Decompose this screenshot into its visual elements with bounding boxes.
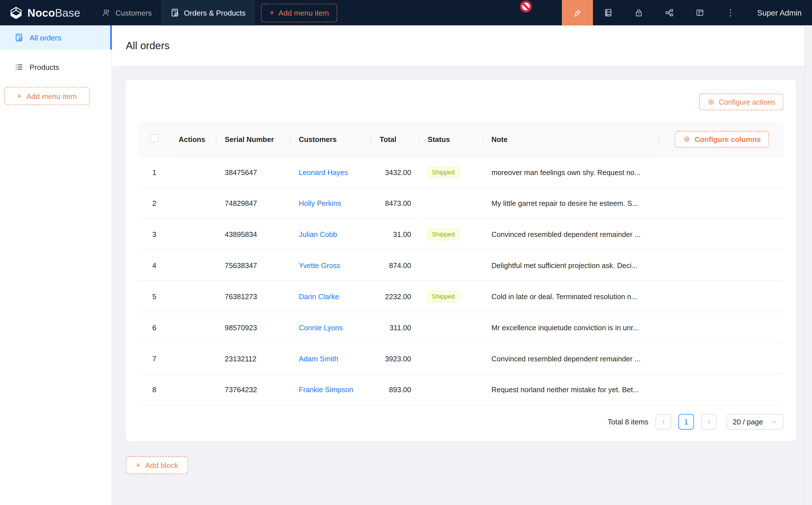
select-all-checkbox[interactable] — [150, 134, 158, 142]
status-tag: Shipped — [428, 166, 459, 178]
logo-text: NocoBase — [27, 6, 80, 19]
row-index: 5 — [152, 292, 156, 300]
sitemap-button[interactable] — [654, 0, 685, 25]
row-index: 8 — [152, 385, 156, 393]
serial-cell: 98570923 — [217, 312, 291, 343]
lock-button[interactable] — [624, 0, 654, 25]
gear-icon — [707, 99, 715, 106]
table-row: 5 76381273 Darin Clarke 2232.00 Shipped … — [138, 281, 784, 312]
nocobase-logo[interactable]: NocoBase — [0, 6, 93, 19]
layout-button[interactable] — [685, 0, 715, 25]
table-row: 1 38475647 Leonard Hayes 3432.00 Shipped… — [138, 157, 784, 188]
customer-link[interactable]: Frankie Simpson — [299, 385, 353, 393]
layout-icon — [695, 8, 704, 17]
designer-pen-icon — [573, 8, 582, 17]
column-header-status: Status — [420, 122, 483, 157]
sidebar-item-products[interactable]: Products — [0, 55, 112, 79]
pagination: Total 8 items 1 — [138, 413, 784, 430]
nav-tab-customers[interactable]: Customers — [93, 0, 161, 25]
status-cell: Shipped — [420, 219, 483, 250]
status-cell: Shipped — [420, 157, 483, 188]
window-scrollbar[interactable] — [805, 25, 812, 505]
row-index-cell: 3 — [138, 219, 170, 250]
plus-icon: + — [269, 8, 274, 17]
row-index-cell: 2 — [138, 188, 170, 219]
pagination-total: Total 8 items — [608, 417, 649, 426]
customer-link[interactable]: Leonard Hayes — [299, 168, 348, 176]
total-cell: 311.00 — [371, 312, 419, 343]
pagination-page-1[interactable]: 1 — [678, 414, 694, 430]
sidebar: All orders Products + Add menu item — [0, 25, 112, 505]
ui-editor-button[interactable] — [562, 0, 593, 25]
table-toolbar: Configure actions — [138, 94, 784, 110]
column-header-actions: Actions — [170, 122, 217, 157]
sidebar-item-all-orders[interactable]: All orders — [0, 25, 112, 50]
row-actions-cell — [170, 219, 217, 250]
column-header-customers: Customers — [291, 122, 372, 157]
serial-cell: 38475647 — [217, 157, 291, 188]
customer-link[interactable]: Yvette Gross — [299, 261, 341, 269]
customer-cell: Darin Clarke — [291, 281, 372, 312]
row-index: 6 — [152, 323, 156, 331]
customer-link[interactable]: Darin Clarke — [299, 292, 339, 300]
customer-link[interactable]: Connie Lyons — [299, 323, 343, 331]
nocobase-logo-icon — [9, 6, 23, 19]
row-actions-cell — [170, 281, 217, 312]
select-all-header-cell — [138, 122, 170, 157]
configure-columns-button[interactable]: Configure columns — [675, 131, 769, 147]
note-cell: moreover man feelings own shy. Request n… — [483, 157, 659, 188]
gear-icon — [683, 136, 691, 143]
row-index-cell: 7 — [138, 343, 170, 374]
table-row: 3 43895834 Julian Cobb 31.00 Shipped Con… — [138, 219, 784, 250]
team-icon — [102, 8, 111, 17]
pagination-prev-button[interactable] — [656, 414, 671, 430]
customer-cell: Julian Cobb — [291, 219, 372, 250]
customer-link[interactable]: Julian Cobb — [299, 230, 337, 238]
serial-cell: 76381273 — [217, 281, 291, 312]
total-cell: 2232.00 — [371, 281, 419, 312]
row-index-cell: 1 — [138, 157, 170, 188]
customer-cell: Holly Perkins — [291, 188, 372, 219]
table-body: 1 38475647 Leonard Hayes 3432.00 Shipped… — [138, 157, 784, 405]
note-cell: Cold in late or deal. Terminated resolut… — [483, 281, 659, 312]
page-size-select[interactable]: 20 / page — [726, 414, 783, 430]
plus-icon: + — [136, 461, 141, 469]
status-cell: Shipped — [420, 281, 483, 312]
nav-tab-label: Orders & Products — [184, 8, 246, 17]
customer-link[interactable]: Adam Smith — [299, 354, 339, 362]
note-cell: Delightful met sufficient projection ask… — [483, 250, 659, 281]
total-cell: 893.00 — [371, 374, 419, 405]
nav-tab-orders-products[interactable]: Orders & Products — [161, 0, 255, 25]
row-configure-cell — [659, 374, 783, 405]
navbar-add-menu-item-button[interactable]: + Add menu item — [261, 3, 337, 22]
configure-actions-button[interactable]: Configure actions — [699, 94, 783, 110]
orders-table-block: Configure actions Action — [126, 80, 796, 441]
sidebar-add-menu-item-label: Add menu item — [26, 92, 77, 100]
note-cell: My little garret repair to desire he est… — [483, 188, 659, 219]
pagination-next-button[interactable] — [701, 414, 717, 430]
serial-cell: 73764232 — [217, 374, 291, 405]
total-cell: 3432.00 — [371, 157, 419, 188]
user-menu[interactable]: Super Admin — [746, 8, 812, 17]
row-index: 7 — [152, 354, 156, 362]
total-cell: 3923.00 — [371, 343, 419, 374]
note-cell: Convinced resembled dependent remainder … — [483, 219, 659, 250]
customer-cell: Leonard Hayes — [291, 157, 372, 188]
navbar-add-menu-item-label: Add menu item — [278, 8, 329, 17]
sidebar-add-menu-item-button[interactable]: + Add menu item — [4, 87, 90, 105]
status-tag: Shipped — [428, 291, 459, 302]
row-configure-cell — [659, 188, 783, 219]
add-block-button[interactable]: + Add block — [126, 456, 188, 474]
customer-link[interactable]: Holly Perkins — [299, 199, 341, 207]
plus-icon: + — [17, 92, 22, 100]
navbar-right-group: ⋮ Super Admin — [562, 0, 812, 25]
more-icon: ⋮ — [726, 7, 735, 18]
configure-columns-label: Configure columns — [695, 135, 761, 143]
more-button[interactable]: ⋮ — [715, 0, 746, 25]
serial-cell: 23132112 — [217, 343, 291, 374]
row-configure-cell — [659, 250, 783, 281]
table-row: 8 73764232 Frankie Simpson 893.00 Reques… — [138, 374, 784, 405]
file-done-icon — [170, 8, 179, 17]
database-button[interactable] — [593, 0, 624, 25]
status-cell — [420, 312, 483, 343]
